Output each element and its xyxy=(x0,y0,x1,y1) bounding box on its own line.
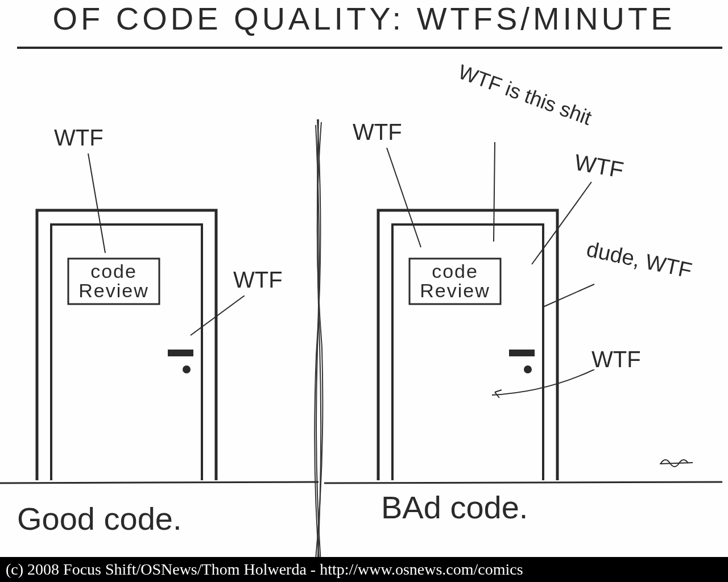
svg-rect-1 xyxy=(168,350,193,356)
svg-line-12 xyxy=(660,463,693,464)
comic-title: OF CODE QUALITY: WTFS/MINUTE xyxy=(28,0,700,37)
svg-line-11 xyxy=(494,142,495,242)
wtf-right-5: WTF xyxy=(592,347,641,372)
floor-line-right xyxy=(324,477,722,489)
title-underline xyxy=(17,47,722,49)
wtf-right-2: WTF is this shit xyxy=(456,62,594,128)
floor-line-left xyxy=(0,477,318,489)
center-divider xyxy=(307,119,330,568)
wtf-left-1: WTF xyxy=(54,125,104,151)
door-good xyxy=(34,205,222,483)
wtf-right-1: WTF xyxy=(353,119,402,145)
wtf-right-4: dude, WTF xyxy=(585,239,693,281)
arrow-right-4 xyxy=(540,278,597,313)
panel-good-code: code Review WTF WTF Good code. xyxy=(23,91,301,529)
sign-line2-left: Review xyxy=(68,280,159,302)
caption-bad: BAd code. xyxy=(381,489,528,526)
svg-line-5 xyxy=(191,296,245,335)
signature-squiggle xyxy=(660,455,694,472)
wtf-left-2: WTF xyxy=(233,267,283,293)
arrow-right-5 xyxy=(489,369,597,404)
comic-canvas: OF CODE QUALITY: WTFS/MINUTE xyxy=(0,0,728,582)
wtf-right-3: WTF xyxy=(573,149,626,183)
svg-point-2 xyxy=(183,365,191,373)
svg-rect-7 xyxy=(509,350,535,356)
arrow-right-2 xyxy=(483,142,506,244)
svg-line-9 xyxy=(324,482,722,483)
arrow-right-1 xyxy=(381,148,427,250)
panel-bad-code: code Review WTF WTF is this shit WTF dud… xyxy=(341,91,717,529)
svg-line-10 xyxy=(387,148,421,247)
svg-line-4 xyxy=(88,153,105,253)
arrow-left-1 xyxy=(80,153,114,256)
sign-line2-right: Review xyxy=(410,280,500,302)
arrow-left-2 xyxy=(188,296,250,341)
caption-good: Good code. xyxy=(17,500,182,537)
copyright-footer: (c) 2008 Focus Shift/OSNews/Thom Holwerd… xyxy=(0,557,728,582)
svg-line-3 xyxy=(0,482,318,483)
